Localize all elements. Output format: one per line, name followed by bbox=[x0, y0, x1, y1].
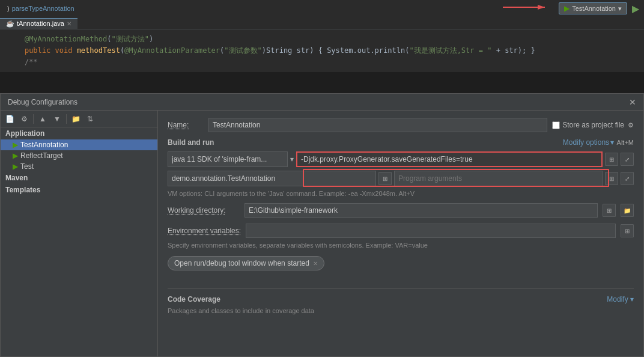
env-hint-text: Specify environment variables, separate … bbox=[168, 242, 634, 249]
env-vars-input[interactable] bbox=[246, 224, 616, 238]
working-dir-label: Working directory: bbox=[168, 206, 240, 215]
up-arrow-icon: ▲ bbox=[39, 115, 46, 123]
editor-area: ) parseTypeAnnotation ▶ TestAnnotation ▾… bbox=[0, 0, 644, 96]
dialog-close-button[interactable]: ✕ bbox=[629, 97, 636, 107]
main-class-input[interactable] bbox=[168, 171, 376, 186]
working-dir-browse-button[interactable]: ⊞ bbox=[603, 204, 616, 217]
dialog-body: 📄 ⚙ ▲ ▼ 📁 ⇅ bbox=[1, 111, 643, 356]
app-icon-2: ▶ bbox=[13, 151, 18, 160]
jvm-expand-button[interactable]: ⊞ bbox=[605, 153, 618, 166]
coverage-hint-text: Packages and classes to include in cover… bbox=[168, 307, 634, 314]
sdk-input[interactable] bbox=[168, 151, 288, 167]
red-arrow-annotation bbox=[503, 1, 551, 13]
toolbar-separator-2 bbox=[66, 114, 67, 124]
coverage-heading: Code Coverage Modify ▾ bbox=[168, 295, 634, 304]
build-run-heading: Build and run Modify options ▾ Alt+M bbox=[168, 138, 634, 147]
toolbar-separator bbox=[33, 114, 34, 124]
folder-button[interactable]: 📁 bbox=[69, 112, 82, 126]
run-config-button[interactable]: ▶ TestAnnotation ▾ bbox=[559, 2, 627, 14]
name-label: Name: bbox=[168, 121, 204, 129]
move-down-button[interactable]: ▼ bbox=[50, 112, 64, 126]
folder-icon: 📁 bbox=[71, 115, 80, 123]
tab-file-icon: ☕ bbox=[6, 20, 14, 28]
section-templates[interactable]: Templates bbox=[1, 184, 157, 196]
modify-coverage-button[interactable]: Modify ▾ bbox=[607, 295, 634, 304]
app-icon-3: ▶ bbox=[13, 162, 18, 171]
debug-configurations-dialog: Debug Configurations ✕ 📄 ⚙ ▲ ▼ bbox=[0, 93, 644, 357]
app-icon: ▶ bbox=[13, 141, 18, 149]
program-args-input[interactable] bbox=[394, 171, 603, 186]
env-vars-expand-button[interactable]: ⊞ bbox=[621, 224, 634, 237]
top-toolbar: ▶ TestAnnotation ▾ ▶ bbox=[559, 0, 644, 17]
chevron-down-icon: ▾ bbox=[618, 5, 622, 13]
tree-item-reflecttarget[interactable]: ▶ ReflectTarget bbox=[1, 150, 157, 161]
open-debug-tool-button[interactable]: Open run/debug tool window when started … bbox=[168, 256, 324, 270]
code-line-3: /** bbox=[7, 56, 637, 68]
args-fullscreen-button[interactable]: ⤢ bbox=[621, 172, 634, 185]
mainclass-expand-button[interactable]: ⊞ bbox=[378, 172, 392, 185]
tree-item-testannotation[interactable]: ▶ TestAnnotation bbox=[1, 139, 157, 150]
dialog-titlebar: Debug Configurations ✕ bbox=[1, 94, 643, 111]
settings-button[interactable]: ⚙ bbox=[17, 112, 31, 126]
run-config-icon: ▶ bbox=[564, 4, 570, 13]
mainclass-args-row: ⊞ ⊞ ⤢ bbox=[168, 171, 634, 186]
debug-btn-close-icon[interactable]: ✕ bbox=[313, 260, 318, 267]
new-config-button[interactable]: 📄 bbox=[3, 112, 16, 126]
working-dir-row: Working directory: ⊞ 📁 bbox=[168, 203, 634, 218]
gear-icon: ⚙ bbox=[21, 115, 28, 123]
section-maven[interactable]: Maven bbox=[1, 172, 157, 184]
env-vars-row: Environment variables: ⊞ bbox=[168, 224, 634, 238]
coverage-section: Code Coverage Modify ▾ Packages and clas… bbox=[168, 288, 634, 314]
env-vars-label: Environment variables: bbox=[168, 227, 241, 235]
name-row: Name: Store as project file ⚙ bbox=[168, 118, 634, 132]
chevron-down-icon: ▾ bbox=[610, 138, 614, 147]
dialog-title: Debug Configurations bbox=[8, 98, 77, 106]
code-line-1: @MyAnnotationMethod("测试方法") bbox=[7, 34, 637, 45]
section-application[interactable]: Application bbox=[1, 127, 157, 139]
sdk-dropdown-icon[interactable]: ▾ bbox=[290, 155, 294, 163]
store-file-icon: ⚙ bbox=[628, 121, 634, 129]
new-icon: 📄 bbox=[5, 115, 14, 123]
working-dir-input[interactable] bbox=[245, 203, 598, 218]
jvm-args-input[interactable] bbox=[296, 151, 603, 167]
sort-button[interactable]: ⇅ bbox=[84, 112, 97, 126]
jvm-fullscreen-button[interactable]: ⤢ bbox=[621, 153, 634, 166]
name-input[interactable] bbox=[208, 118, 547, 132]
sdk-jvmargs-row: ▾ ⊞ ⤢ bbox=[168, 151, 634, 167]
tree-item-test[interactable]: ▶ Test bbox=[1, 161, 157, 172]
right-panel: Name: Store as project file ⚙ Build and … bbox=[158, 111, 643, 356]
play-button[interactable]: ▶ bbox=[630, 3, 642, 14]
file-tab[interactable]: ☕ tAnnotation.java ✕ bbox=[0, 18, 77, 29]
left-panel: 📄 ⚙ ▲ ▼ 📁 ⇅ bbox=[1, 111, 158, 356]
working-dir-folder-button[interactable]: 📁 bbox=[621, 204, 634, 217]
modify-options-button[interactable]: Modify options ▾ Alt+M bbox=[563, 138, 634, 147]
editor-content: @MyAnnotationMethod("测试方法") public void … bbox=[0, 30, 644, 72]
breadcrumb: ) parseTypeAnnotation bbox=[5, 2, 185, 15]
vm-hint-text: VM options: CLI arguments to the 'Java' … bbox=[168, 190, 634, 197]
move-up-button[interactable]: ▲ bbox=[36, 112, 49, 126]
tab-close-icon[interactable]: ✕ bbox=[67, 20, 71, 27]
sort-icon: ⇅ bbox=[87, 115, 93, 123]
down-arrow-icon: ▼ bbox=[53, 115, 61, 123]
store-as-project-file-checkbox[interactable]: Store as project file ⚙ bbox=[552, 121, 634, 129]
modify-chevron-icon: ▾ bbox=[630, 295, 634, 304]
left-toolbar: 📄 ⚙ ▲ ▼ 📁 ⇅ bbox=[1, 111, 157, 127]
code-line-2: public void methodTest(@MyAnnotationPara… bbox=[7, 45, 637, 56]
args-expand-button[interactable]: ⊞ bbox=[605, 172, 618, 185]
